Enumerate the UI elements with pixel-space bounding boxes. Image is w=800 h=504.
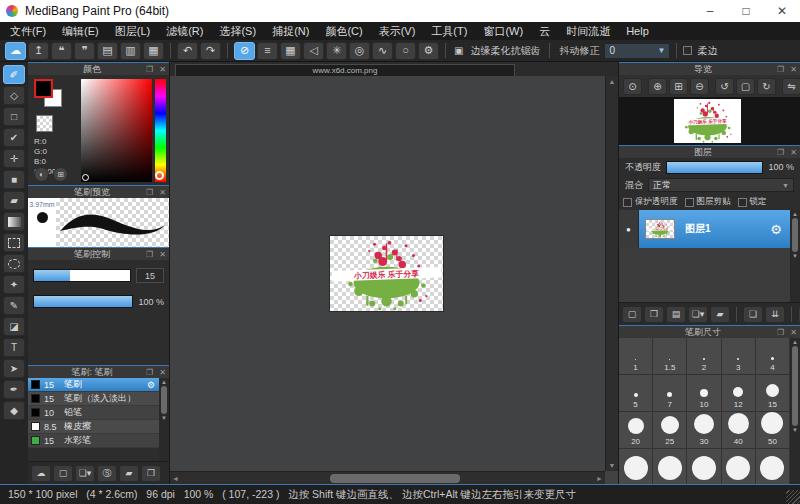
chat-button[interactable]: ❝: [51, 42, 72, 60]
undo-button[interactable]: ↶: [177, 42, 198, 60]
share-button[interactable]: ↥: [28, 42, 49, 60]
snap-radial-button[interactable]: ✳: [326, 42, 347, 60]
scrollbar-thumb[interactable]: [330, 474, 460, 483]
polyline-tool[interactable]: ✔: [3, 128, 25, 147]
rotate-right-button[interactable]: ↻: [757, 78, 776, 95]
soft-edge-checkbox[interactable]: [683, 46, 692, 55]
menu-layer[interactable]: 图层(L): [107, 24, 158, 39]
material-button[interactable]: ▦: [143, 42, 164, 60]
menu-snap[interactable]: 捕捉(N): [264, 24, 317, 39]
popout-icon[interactable]: ❐: [774, 148, 787, 157]
scroll-down-icon[interactable]: ▼: [792, 252, 798, 260]
brush-size-cell[interactable]: [722, 449, 756, 484]
flip-view-button[interactable]: ⇋: [782, 78, 800, 95]
brush-size-slider[interactable]: [33, 269, 131, 282]
brush-size-cell[interactable]: [619, 449, 653, 484]
close-button[interactable]: ✕: [764, 0, 800, 22]
stabilizer-dropdown[interactable]: 0 ▼: [604, 43, 670, 59]
snap-parallel-button[interactable]: ≡: [257, 42, 278, 60]
brush-item[interactable]: 10 铅笔: [28, 406, 159, 420]
brush-size-cell[interactable]: 7: [653, 375, 687, 412]
zoom-in-button[interactable]: ⊕: [648, 78, 667, 95]
brush-item[interactable]: 15 笔刷 ⚙: [28, 378, 159, 392]
merge-layer-button[interactable]: ⇊: [765, 306, 785, 323]
navigator-view[interactable]: [619, 97, 800, 145]
redo-button[interactable]: ↷: [200, 42, 221, 60]
close-icon[interactable]: ✕: [156, 188, 169, 197]
scroll-up-icon[interactable]: ▲: [161, 378, 167, 386]
layer-name[interactable]: 图层1: [685, 222, 711, 236]
brush-folder-button[interactable]: ▰: [119, 465, 139, 482]
brush-size-cell[interactable]: 12: [722, 375, 756, 412]
antialias-icon[interactable]: ▣: [452, 45, 465, 56]
fit-screen-button[interactable]: ⊞: [669, 78, 688, 95]
fill-figure-tool[interactable]: ■: [3, 170, 25, 189]
text-tool[interactable]: T: [3, 338, 25, 357]
canvas-vertical-scrollbar[interactable]: ▲ ▼: [605, 76, 618, 471]
scroll-down-icon[interactable]: ▼: [161, 414, 167, 422]
brush-script-button[interactable]: Ⓢ: [97, 465, 117, 482]
eraser-tool[interactable]: ◇: [3, 86, 25, 105]
menu-help[interactable]: Help: [618, 25, 657, 37]
maximize-button[interactable]: □: [728, 0, 764, 22]
menu-file[interactable]: 文件(F): [2, 24, 54, 39]
popout-icon[interactable]: ❐: [143, 250, 156, 259]
menu-timelapse[interactable]: 时间流逝: [558, 24, 618, 39]
close-icon[interactable]: ✕: [156, 65, 169, 74]
zoom-out-button[interactable]: ⊖: [690, 78, 709, 95]
brush-size-cell[interactable]: 1.5: [653, 338, 687, 375]
bucket-tool[interactable]: ▰: [3, 191, 25, 210]
snap-grid-button[interactable]: ▦: [280, 42, 301, 60]
menu-color[interactable]: 颜色(C): [317, 24, 370, 39]
scroll-left-icon[interactable]: ◄: [172, 475, 179, 482]
popout-icon[interactable]: ❐: [143, 65, 156, 74]
resize-grip[interactable]: [786, 490, 800, 504]
brush-size-cell[interactable]: 50: [756, 412, 790, 449]
canvas-tab[interactable]: www.x6d.com.png: [175, 64, 515, 76]
lock-checkbox[interactable]: [738, 198, 747, 207]
snap-vanishing-button[interactable]: ◁: [303, 42, 324, 60]
select-eraser-tool[interactable]: ◪: [3, 317, 25, 336]
color-set-button[interactable]: ⊞: [53, 167, 68, 182]
canvas-viewport[interactable]: ▲ ▼ ◄ ►: [170, 76, 618, 484]
menu-tool[interactable]: 工具(T): [423, 24, 475, 39]
scroll-down-icon[interactable]: ▼: [792, 426, 798, 434]
minimize-button[interactable]: –: [692, 0, 728, 22]
foreground-color-swatch[interactable]: [34, 79, 53, 98]
comment-button[interactable]: ❞: [74, 42, 95, 60]
brush-size-cell[interactable]: 3: [722, 338, 756, 375]
new-layer-button[interactable]: ▢: [622, 306, 642, 323]
brush-duplicate-button[interactable]: ❐: [141, 465, 161, 482]
saturation-picker[interactable]: [81, 79, 152, 182]
popout-icon[interactable]: ❐: [143, 368, 156, 377]
brush-size-cell[interactable]: 20: [619, 412, 653, 449]
scroll-down-icon[interactable]: ▼: [609, 462, 616, 469]
gear-icon[interactable]: ⚙: [147, 380, 155, 390]
menu-filter[interactable]: 滤镜(R): [158, 24, 211, 39]
scroll-up-icon[interactable]: ▲: [792, 210, 798, 218]
rotate-reset-button[interactable]: ▢: [736, 78, 755, 95]
transparent-color-swatch[interactable]: [36, 115, 53, 132]
document-button[interactable]: ▤: [97, 42, 118, 60]
layer-visibility-toggle[interactable]: ●: [619, 210, 639, 248]
hue-slider[interactable]: [155, 79, 166, 182]
brush-size-cell[interactable]: 30: [687, 412, 721, 449]
brush-item[interactable]: 8.5 橡皮擦: [28, 420, 159, 434]
cloud-button[interactable]: ☁: [5, 42, 26, 60]
navigator-thumbnail[interactable]: [674, 99, 741, 143]
brush-size-cell[interactable]: [653, 449, 687, 484]
brush-size-cell[interactable]: 2: [687, 338, 721, 375]
panel-layout-button[interactable]: ▥: [120, 42, 141, 60]
close-icon[interactable]: ✕: [156, 368, 169, 377]
add-layer-menu-button[interactable]: ❏▾: [688, 306, 708, 323]
brush-sizes-scrollbar[interactable]: ▲ ▼: [790, 338, 800, 484]
close-icon[interactable]: ✕: [156, 250, 169, 259]
popout-icon[interactable]: ❐: [774, 328, 787, 337]
snap-concentric-button[interactable]: ◎: [349, 42, 370, 60]
popout-icon[interactable]: ❐: [143, 188, 156, 197]
layer-opacity-slider[interactable]: [666, 161, 763, 174]
snap-off-button[interactable]: ⊘: [234, 42, 255, 60]
brush-size-cell[interactable]: 4: [756, 338, 790, 375]
magic-wand-tool[interactable]: ✦: [3, 275, 25, 294]
brush-size-value[interactable]: 15: [136, 268, 164, 283]
